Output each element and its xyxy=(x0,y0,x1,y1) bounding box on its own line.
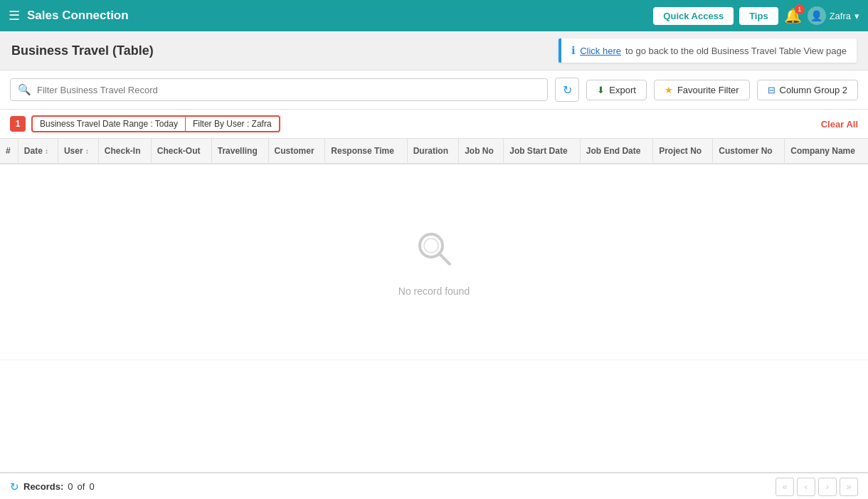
user-name: Zafra xyxy=(830,11,851,21)
first-page-button[interactable]: « xyxy=(776,478,794,496)
page-title-bar: Business Travel (Table) ℹ Click here to … xyxy=(0,31,868,70)
header-right: Quick Access Tips 🔔 1 👤 Zafra ▾ xyxy=(653,6,859,25)
click-here-link[interactable]: Click here xyxy=(580,46,621,56)
export-icon: ⬇ xyxy=(597,85,605,95)
pagination: « ‹ › » xyxy=(776,478,858,496)
col-header-customer: Customer xyxy=(268,139,325,164)
empty-state: No record found xyxy=(6,170,862,354)
filter-tag-date-range[interactable]: Business Travel Date Range : Today xyxy=(33,117,185,131)
records-total: 0 xyxy=(89,481,94,492)
filter-tag-user[interactable]: Filter By User : Zafra xyxy=(186,117,279,131)
notification-badge: 1 xyxy=(795,4,805,14)
toolbar: 🔍 ↻ ⬇ Export ★ Favourite Filter ⊟ Column… xyxy=(0,70,868,110)
last-page-button[interactable]: » xyxy=(840,478,858,496)
col-header-travelling: Travelling xyxy=(211,139,268,164)
export-label: Export xyxy=(609,85,636,95)
favourite-filter-label: Favourite Filter xyxy=(677,85,739,95)
table-header-row: # Date ↕ User ↕ Check-In Check-Out Trave… xyxy=(0,139,868,164)
col-header-job-start-date: Job Start Date xyxy=(504,139,581,164)
records-of-label: of xyxy=(78,481,85,492)
clear-all-button[interactable]: Clear All xyxy=(821,119,858,130)
svg-line-1 xyxy=(439,253,450,264)
table-header: # Date ↕ User ↕ Check-In Check-Out Trave… xyxy=(0,139,868,164)
col-header-job-no: Job No xyxy=(459,139,504,164)
menu-icon[interactable]: ☰ xyxy=(9,8,20,23)
sort-icon-user: ↕ xyxy=(85,147,89,155)
search-input[interactable] xyxy=(37,85,540,95)
refresh-button[interactable]: ↻ xyxy=(555,78,579,102)
data-table: # Date ↕ User ↕ Check-In Check-Out Trave… xyxy=(0,139,868,360)
info-icon: ℹ xyxy=(571,44,576,57)
col-header-customer-no: Customer No xyxy=(713,139,785,164)
svg-point-2 xyxy=(424,238,438,253)
main-content: 🔍 ↻ ⬇ Export ★ Favourite Filter ⊟ Column… xyxy=(0,70,868,473)
col-header-user[interactable]: User ↕ xyxy=(58,139,98,164)
column-group-icon: ⊟ xyxy=(768,85,776,95)
header: ☰ Sales Connection Quick Access Tips 🔔 1… xyxy=(0,0,868,31)
col-header-response-time: Response Time xyxy=(325,139,407,164)
info-box-text: to go back to the old Business Travel Ta… xyxy=(625,46,847,56)
column-group-button[interactable]: ⊟ Column Group 2 xyxy=(757,80,858,100)
col-header-project-no: Project No xyxy=(653,139,713,164)
tips-button[interactable]: Tips xyxy=(739,7,778,25)
col-header-date[interactable]: Date ↕ xyxy=(18,139,58,164)
sort-icon-date: ↕ xyxy=(45,147,48,155)
user-avatar-icon: 👤 xyxy=(808,6,826,25)
empty-search-icon xyxy=(413,227,455,278)
empty-state-row: No record found xyxy=(0,164,868,360)
empty-state-cell: No record found xyxy=(0,164,868,360)
records-info: ↻ Records: 0 of 0 xyxy=(10,480,95,493)
quick-access-button[interactable]: Quick Access xyxy=(653,7,734,25)
export-button[interactable]: ⬇ Export xyxy=(586,80,647,100)
footer: ↻ Records: 0 of 0 « ‹ › » xyxy=(0,473,868,499)
column-group-label: Column Group 2 xyxy=(780,85,847,95)
col-header-checkin: Check-In xyxy=(98,139,151,164)
col-header-num: # xyxy=(0,139,18,164)
info-box: ℹ Click here to go back to the old Busin… xyxy=(559,38,857,63)
chevron-down-icon: ▾ xyxy=(854,11,859,21)
page-title: Business Travel (Table) xyxy=(11,43,550,58)
table-wrapper[interactable]: # Date ↕ User ↕ Check-In Check-Out Trave… xyxy=(0,139,868,473)
filter-bar: 1 Business Travel Date Range : Today Fil… xyxy=(0,110,868,139)
favourite-filter-button[interactable]: ★ Favourite Filter xyxy=(654,80,750,100)
empty-state-text: No record found xyxy=(398,285,470,297)
star-icon: ★ xyxy=(665,85,673,95)
prev-page-button[interactable]: ‹ xyxy=(797,478,815,496)
notification-bell[interactable]: 🔔 1 xyxy=(784,7,802,24)
col-header-duration: Duration xyxy=(407,139,459,164)
filter-tags-group: Business Travel Date Range : Today Filte… xyxy=(31,115,280,132)
app-title: Sales Connection xyxy=(27,9,653,23)
user-menu[interactable]: 👤 Zafra ▾ xyxy=(808,6,859,25)
search-icon: 🔍 xyxy=(18,83,31,96)
col-header-checkout: Check-Out xyxy=(151,139,211,164)
search-box[interactable]: 🔍 xyxy=(10,78,548,101)
filter-count-badge: 1 xyxy=(10,116,26,132)
col-header-company-name: Company Name xyxy=(785,139,868,164)
records-label: Records: xyxy=(23,481,63,492)
col-header-job-end-date: Job End Date xyxy=(580,139,652,164)
footer-refresh-icon[interactable]: ↻ xyxy=(10,480,19,493)
records-current: 0 xyxy=(68,481,73,492)
next-page-button[interactable]: › xyxy=(818,478,837,496)
table-body: No record found xyxy=(0,164,868,360)
